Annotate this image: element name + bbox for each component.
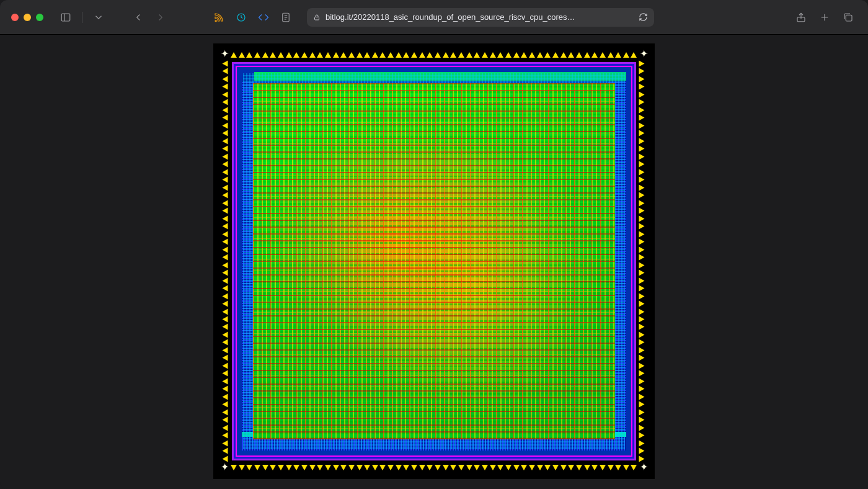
separator	[82, 12, 82, 23]
maximize-window-button[interactable]	[36, 14, 43, 21]
svg-rect-7	[315, 17, 319, 20]
rss-icon[interactable]	[210, 9, 228, 26]
tab-groups-dropdown[interactable]	[90, 9, 107, 26]
core-area	[236, 66, 632, 457]
page-content: ✦ ✦ ✦ ✦	[0, 35, 868, 489]
new-tab-button[interactable]	[816, 9, 833, 26]
reader-mode-button[interactable]	[277, 9, 294, 26]
address-bar[interactable]: bitlog.it/20220118_asic_roundup_of_open_…	[307, 8, 654, 27]
back-button[interactable]	[130, 9, 147, 26]
window-controls	[11, 14, 43, 21]
corner-marker: ✦	[640, 51, 647, 58]
io-pads-bottom	[231, 465, 637, 470]
lock-icon	[313, 14, 321, 21]
share-button[interactable]	[792, 9, 810, 26]
svg-rect-0	[61, 14, 70, 21]
minimize-window-button[interactable]	[24, 14, 31, 21]
devtools-icon[interactable]	[255, 9, 272, 26]
svg-rect-11	[846, 15, 852, 21]
extension-1-icon[interactable]	[232, 9, 250, 26]
io-pads-right	[639, 61, 646, 462]
corner-marker: ✦	[221, 51, 228, 58]
io-pads-left	[222, 61, 229, 462]
tab-overview-button[interactable]	[839, 9, 857, 26]
forward-button[interactable]	[152, 9, 169, 26]
browser-toolbar: bitlog.it/20220118_asic_roundup_of_open_…	[0, 0, 868, 35]
chip-layout-image: ✦ ✦ ✦ ✦	[213, 43, 655, 479]
url-text: bitlog.it/20220118_asic_roundup_of_open_…	[326, 12, 575, 22]
io-pads-top	[231, 52, 637, 58]
reload-button[interactable]	[639, 12, 648, 22]
corner-marker: ✦	[640, 464, 647, 472]
close-window-button[interactable]	[11, 14, 19, 21]
chip-die	[232, 62, 636, 460]
corner-marker: ✦	[221, 464, 228, 472]
std-cell-core	[253, 83, 615, 439]
sidebar-toggle-button[interactable]	[57, 9, 74, 26]
